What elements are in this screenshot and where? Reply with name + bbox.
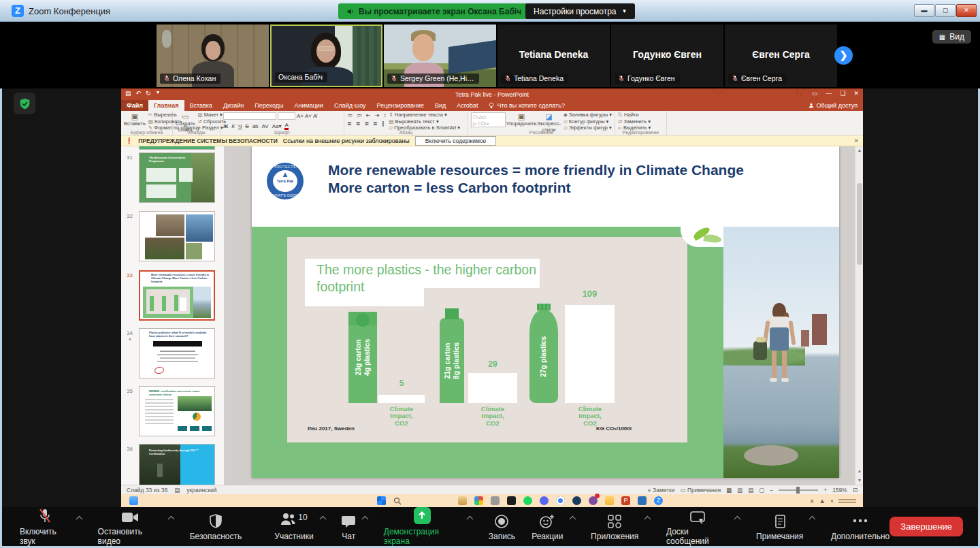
warning-close-icon[interactable]: ✕: [853, 138, 859, 144]
clear-format-icon[interactable]: A̸: [313, 113, 316, 119]
folder-icon[interactable]: [605, 496, 614, 505]
thumbnail-slide-32[interactable]: [139, 211, 215, 261]
maximize-button[interactable]: ▢: [935, 4, 956, 17]
tab-acrobat[interactable]: Acrobat: [451, 100, 483, 111]
zoom-slider[interactable]: [779, 489, 818, 491]
thumbnail-slide-36[interactable]: Protecting biodiversity through FSC™ Cer…: [139, 444, 215, 485]
language-indicator[interactable]: украинский: [186, 487, 216, 494]
viber-icon[interactable]: [589, 496, 598, 505]
columns-icon[interactable]: ∥: [382, 120, 385, 127]
thumbnail-slide-34[interactable]: Plastic pollution: what % of world's sea…: [139, 328, 215, 378]
next-slide-icon[interactable]: ▼: [855, 477, 863, 485]
font-color-button[interactable]: A: [284, 122, 288, 130]
ppt-close-button[interactable]: ✕: [853, 90, 859, 97]
file-explorer-icon[interactable]: [491, 496, 500, 505]
chat-button[interactable]: Чат: [341, 513, 356, 541]
scroll-up-icon[interactable]: ▲: [855, 146, 863, 155]
indent-more-icon[interactable]: ⇥: [375, 112, 380, 118]
start-button[interactable]: [377, 496, 386, 505]
zoom-level[interactable]: 159%: [832, 487, 847, 494]
find-button[interactable]: Найти: [618, 112, 651, 118]
next-participants-button[interactable]: ❯: [834, 46, 853, 65]
notes-toggle[interactable]: ≡ Заметки: [648, 487, 675, 494]
volume-icon[interactable]: ◖: [830, 498, 834, 504]
bullets-icon[interactable]: ≔: [347, 112, 353, 118]
font-size-select[interactable]: [278, 112, 295, 120]
tab-view[interactable]: Вид: [429, 100, 451, 111]
participants-options-chevron[interactable]: [319, 516, 326, 523]
share-screen-button[interactable]: Демонстрация экрана: [384, 508, 461, 546]
participant-video-sergey[interactable]: Sergey Green (Не,Ні…: [384, 25, 496, 87]
paste-button[interactable]: ▣Вставить: [124, 112, 146, 127]
align-left-icon[interactable]: ≣: [347, 120, 352, 127]
zoom-slider-knob[interactable]: [796, 487, 800, 494]
shapes-gallery[interactable]: □○△◇▷☆⬠⇨: [471, 112, 506, 127]
indent-less-icon[interactable]: ⇤: [366, 112, 371, 118]
grow-font-icon[interactable]: A˄: [297, 113, 304, 119]
notes-options-chevron[interactable]: [809, 516, 816, 523]
ribbon-options-icon[interactable]: ▭: [812, 90, 818, 97]
chat-options-chevron[interactable]: [362, 516, 369, 523]
photos-app-icon[interactable]: [474, 496, 483, 505]
powerpoint-icon[interactable]: P: [621, 496, 630, 505]
view-layout-button[interactable]: ▦ Вид: [932, 30, 971, 44]
bold-button[interactable]: Ж: [223, 123, 228, 129]
participants-button[interactable]: 10 Участники: [274, 513, 313, 541]
end-meeting-button[interactable]: Завершение: [889, 517, 963, 536]
blue-app-icon[interactable]: [638, 496, 647, 505]
zoom-taskbar-icon[interactable]: Z: [654, 496, 663, 505]
edge-icon[interactable]: [572, 496, 581, 505]
participant-tile-godunko[interactable]: Годунко Євген Годунко Євген: [611, 25, 723, 87]
weather-widget-icon[interactable]: [458, 496, 467, 505]
enable-content-button[interactable]: Включить содержимое: [415, 136, 497, 146]
tray-expand-icon[interactable]: ∧: [810, 498, 815, 504]
underline-button[interactable]: Ч: [238, 123, 242, 129]
tab-home[interactable]: Главная: [148, 100, 184, 111]
mute-button[interactable]: Включить звук: [20, 508, 70, 546]
tab-transitions[interactable]: Переходы: [249, 100, 289, 111]
ppt-share-button[interactable]: Общий доступ: [808, 100, 858, 111]
char-spacing-button[interactable]: AV: [262, 123, 269, 129]
notes-button[interactable]: Примечания: [756, 513, 803, 541]
justify-icon[interactable]: ≣: [373, 120, 378, 127]
text-shadow-button[interactable]: ab: [252, 123, 259, 129]
tab-review[interactable]: Рецензирование: [372, 100, 430, 111]
participant-tile-tetiana[interactable]: Tetiana Deneka Tetiana Deneka: [497, 25, 610, 87]
tab-file[interactable]: Файл: [121, 100, 148, 111]
shrink-font-icon[interactable]: A˅: [305, 113, 312, 119]
close-button[interactable]: ✕: [956, 4, 977, 17]
strikethrough-button[interactable]: S: [245, 123, 248, 129]
numbering-icon[interactable]: ≕: [357, 112, 362, 118]
whiteboards-button[interactable]: Доски сообщений: [666, 508, 729, 546]
reactions-options-chevron[interactable]: [569, 516, 576, 523]
view-normal-icon[interactable]: ▦: [726, 487, 732, 494]
zoom-in-icon[interactable]: +: [823, 487, 827, 494]
tab-slideshow[interactable]: Слайд-шоу: [329, 100, 372, 111]
chrome-icon[interactable]: [556, 496, 565, 505]
slide-canvas[interactable]: PROTECTS ▲ Tetra Pak WHAT'S GOOD More re…: [252, 146, 839, 478]
share-options-chevron[interactable]: [467, 516, 474, 523]
italic-button[interactable]: К: [231, 123, 235, 129]
apps-options-chevron[interactable]: [644, 516, 651, 523]
ppt-restore-button[interactable]: ❏: [840, 90, 845, 97]
text-direction-button[interactable]: ⇕ Направление текста ▾: [389, 112, 460, 118]
line-spacing-icon[interactable]: ↕: [383, 112, 386, 118]
font-name-select[interactable]: [223, 112, 276, 120]
thumbnail-slide-30-partial[interactable]: [139, 146, 215, 150]
more-button[interactable]: Дополнительно: [831, 513, 889, 541]
ppt-minimize-button[interactable]: —: [826, 90, 832, 97]
participant-video-oksana[interactable]: Оксана Бабіч: [270, 25, 382, 87]
tell-me-box[interactable]: Что вы хотите сделать?: [483, 100, 570, 111]
shape-fill-button[interactable]: ◆ Заливка фигуры ▾: [564, 112, 612, 118]
apps-button[interactable]: Приложения: [591, 513, 638, 541]
minimize-button[interactable]: ▬: [914, 4, 934, 17]
align-center-icon[interactable]: ≣: [356, 120, 361, 127]
onedrive-icon[interactable]: [129, 496, 138, 505]
fit-slide-icon[interactable]: ⊡: [853, 487, 858, 494]
change-case-button[interactable]: Aa▾: [272, 123, 282, 129]
view-settings-button[interactable]: Настройки просмотра ▼: [525, 3, 635, 19]
scrollbar-thumb[interactable]: [857, 183, 862, 265]
video-options-chevron[interactable]: [168, 516, 175, 523]
clock-area[interactable]: [838, 498, 856, 504]
replace-button[interactable]: ⇄ Заменить ▾: [618, 119, 651, 125]
